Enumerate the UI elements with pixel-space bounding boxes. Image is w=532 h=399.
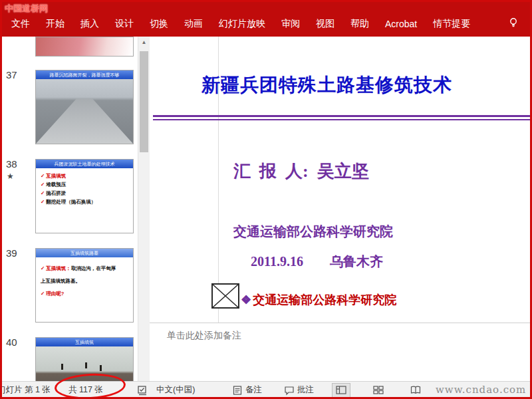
thumbnail-39-body: ✓互插填筑：取消边沟，在平甸厚 上互插填筑路基。 ✓理由呢? <box>36 257 133 300</box>
bullet-text: 抛石挤淤 <box>46 190 66 196</box>
tab-storyboard[interactable]: 情节提要 <box>425 15 478 33</box>
ribbon-bar: 中国道桥网 文件 开始 插入 设计 切换 动画 幻灯片放映 审阅 视图 帮助 A… <box>2 2 530 37</box>
tab-design[interactable]: 设计 <box>107 15 142 33</box>
tab-help[interactable]: 帮助 <box>342 15 377 33</box>
thumbnail-number-37: 37 <box>6 69 17 80</box>
check-icon: ✓ <box>41 199 45 205</box>
lightbulb-icon[interactable] <box>507 17 519 29</box>
thumbnail-40-title: 互插填筑 <box>36 338 133 346</box>
body-line: 上互插填筑路基。 <box>41 275 130 287</box>
check-icon: ✓ <box>41 173 45 179</box>
reading-view-button[interactable] <box>407 384 424 397</box>
lead-text: 互插填筑： <box>46 265 71 271</box>
tab-insert[interactable]: 插入 <box>72 15 107 33</box>
bullet-line: ✓堆载预压 <box>41 180 130 189</box>
thumbnail-37-caption: 路基沉陷路面开裂，路基强度不够 <box>36 70 133 79</box>
language-status[interactable]: 中文(中国) <box>156 382 195 398</box>
check-icon: ✓ <box>41 291 45 297</box>
site-watermark-top: 中国道桥网 <box>5 3 48 15</box>
presenter-line[interactable]: 汇 报 人: 吴立坚 <box>233 160 369 183</box>
body-text: 理由呢? <box>46 291 64 297</box>
image-placeholder-icon[interactable] <box>211 283 239 311</box>
thumbnail-38-bullets: ✓互插填筑 ✓堆载预压 ✓抛石挤淤 ✓翻挖处理（抛石换填） <box>36 168 133 206</box>
powerpoint-window: 中国道桥网 文件 开始 插入 设计 切换 动画 幻灯片放映 审阅 视图 帮助 A… <box>0 0 532 399</box>
thumbnail-slide-40[interactable]: 互插填筑 <box>35 337 134 381</box>
organization-line[interactable]: 交通运输部公路科学研究院 <box>233 223 393 241</box>
bullet-text: 互插填筑 <box>46 173 66 179</box>
road-photo <box>36 79 133 144</box>
tab-view[interactable]: 视图 <box>308 15 342 33</box>
thumbnail-slide-38[interactable]: 兵团淤泥软土地基的处理技术 ✓互插填筑 ✓堆载预压 ✓抛石挤淤 ✓翻挖处理（抛石… <box>35 159 134 233</box>
bullet-line: ✓翻挖处理（抛石换填） <box>41 198 130 206</box>
bullet-text: 堆载预压 <box>46 182 66 188</box>
check-icon: ✓ <box>41 265 45 271</box>
notes-placeholder[interactable]: 单击此处添加备注 <box>167 330 241 342</box>
diamond-bullet-icon: ❖ <box>241 293 251 307</box>
thumbnail-39-title: 互插填筑路基 <box>36 249 133 257</box>
slide-title[interactable]: 新疆兵团特殊土路基修筑技术 <box>201 72 452 98</box>
tab-animations[interactable]: 动画 <box>176 15 211 33</box>
body-text: 取消边沟，在平甸厚 <box>71 265 116 271</box>
slide-number-status[interactable]: 幻灯片 第 1 张 <box>0 382 51 398</box>
tab-file[interactable]: 文件 <box>3 15 38 33</box>
slide-canvas: 新疆兵团特殊土路基修筑技术 汇 报 人: 吴立坚 交通运输部公路科学研究院 20… <box>150 37 530 323</box>
tab-slideshow[interactable]: 幻灯片放映 <box>211 15 273 33</box>
tab-acrobat[interactable]: Acrobat <box>377 15 425 33</box>
decorative-double-rule <box>153 115 530 120</box>
bullet-line: ✓抛石挤淤 <box>41 189 130 198</box>
thumbnail-38-title: 兵团淤泥软土地基的处理技术 <box>36 160 133 168</box>
thumbnail-scrollbar[interactable]: ▲ <box>138 37 150 381</box>
check-icon: ✓ <box>41 190 45 196</box>
bullet-text: 翻挖处理（抛石换填） <box>46 199 96 205</box>
tab-transitions[interactable]: 切换 <box>142 15 176 33</box>
date-place-line[interactable]: 2011.9.16 乌鲁木齐 <box>251 253 383 271</box>
thumbnail-number-40: 40 <box>6 336 17 348</box>
notes-icon <box>232 385 243 398</box>
thumbnail-number-38: 38 <box>6 158 17 170</box>
field-photo <box>36 346 133 381</box>
scroll-up-arrow[interactable]: ▲ <box>138 37 150 48</box>
normal-view-button[interactable] <box>332 384 350 397</box>
comments-icon <box>284 385 295 398</box>
body-line: ✓互插填筑：取消边沟，在平甸厚 <box>41 262 130 275</box>
notes-button[interactable]: 备注 <box>245 382 262 398</box>
slide-sorter-view-button[interactable] <box>370 384 387 397</box>
spell-check-icon[interactable] <box>137 385 148 398</box>
tab-review[interactable]: 审阅 <box>273 15 308 33</box>
tab-home[interactable]: 开始 <box>38 15 72 33</box>
animation-star-indicator: ★ <box>7 172 14 181</box>
road-shape <box>36 98 133 144</box>
check-icon: ✓ <box>41 182 45 188</box>
slide-position-text: 幻灯片 第 1 张 <box>0 385 51 394</box>
person-figure <box>85 362 87 368</box>
scrollbar-thumb[interactable] <box>140 51 148 152</box>
comments-button[interactable]: 批注 <box>297 382 314 398</box>
slide-thumbnail-panel: 37 路基沉陷路面开裂，路基强度不够 38 ★ 兵团淤泥软土地基的处理技术 ✓互… <box>2 37 138 381</box>
person-figure <box>100 365 102 371</box>
ribbon-tabs: 文件 开始 插入 设计 切换 动画 幻灯片放映 审阅 视图 帮助 Acrobat… <box>3 15 478 33</box>
thumbnail-slide-39[interactable]: 互插填筑路基 ✓互插填筑：取消边沟，在平甸厚 上互插填筑路基。 ✓理由呢? <box>35 248 134 323</box>
slide-total-status: 共 117 张 <box>68 382 103 398</box>
person-figure <box>61 364 63 370</box>
body-line: ✓理由呢? <box>41 287 130 300</box>
slide-footer-line[interactable]: ❖交通运输部公路科学研究院 <box>241 292 396 308</box>
bullet-line: ✓互插填筑 <box>41 172 130 180</box>
notes-pane[interactable]: 单击此处添加备注 <box>150 323 530 381</box>
thumbnail-number-39: 39 <box>6 247 17 259</box>
thumbnail-slide-37[interactable]: 路基沉陷路面开裂，路基强度不够 <box>35 70 134 144</box>
footer-text: 交通运输部公路科学研究院 <box>253 293 396 307</box>
thumbnail-slide-36-partial[interactable] <box>35 37 134 57</box>
site-watermark-bottom: www.cndao.com <box>436 384 526 396</box>
